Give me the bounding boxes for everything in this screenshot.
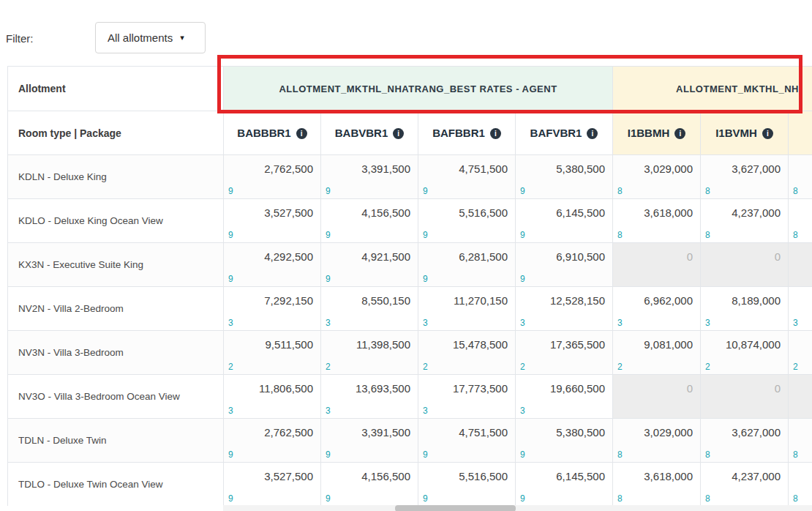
availability-count: 9 [520,186,525,196]
availability-count: 3 [228,318,233,328]
rate-cell[interactable]: 13,693,5003 [321,375,418,419]
rate-cell[interactable]: 0 [613,243,701,287]
availability-count: 3 [520,406,525,416]
rate-cell[interactable]: 5,380,5009 [516,419,613,463]
rate-cell[interactable]: 8,189,0003 [701,287,789,331]
rate-cell[interactable]: 17,773,5003 [418,375,516,419]
rate-cell[interactable]: 3,527,5009 [224,463,321,507]
scrollbar-thumb[interactable] [395,505,516,511]
rate-value: 11,270,150 [454,294,508,307]
rate-cell[interactable]: 8,550,1503 [321,287,418,331]
rate-value: 8,189,000 [732,294,781,307]
rate-cell[interactable]: 2 [789,331,812,375]
info-icon[interactable]: i [762,128,773,139]
rate-value: 4,237,000 [732,470,781,482]
rate-value: 3,618,000 [644,206,693,219]
rate-cell[interactable]: 5,516,5009 [418,463,516,507]
rate-cell[interactable]: 4,292,5009 [224,243,321,287]
rate-cell[interactable]: 3,029,0008 [613,155,701,199]
availability-count: 9 [326,230,331,240]
rate-value: 17,365,500 [550,338,605,351]
rate-cell[interactable]: 9,081,0002 [613,331,701,375]
rate-cell[interactable]: 4,751,5009 [418,419,516,463]
rate-cell[interactable]: 8 [789,463,812,507]
rate-cell[interactable]: 7,292,1503 [224,287,321,331]
availability-count: 8 [793,493,798,504]
rate-cell[interactable]: 6,145,5009 [516,463,613,507]
rate-cell[interactable]: 0 [701,243,789,287]
rate-cell[interactable]: 2,762,5009 [224,155,321,199]
info-icon[interactable]: i [587,128,598,139]
rate-cell[interactable]: 5,516,5009 [418,199,516,243]
rate-cell[interactable]: 6,145,5009 [516,199,613,243]
rate-cell[interactable]: 9,511,5002 [224,331,321,375]
availability-count: 8 [705,450,710,460]
rate-cell[interactable]: 3,391,5009 [321,155,418,199]
rate-cell[interactable]: 10,874,0002 [701,331,789,375]
availability-count: 9 [228,274,233,284]
rate-cell[interactable]: 3 [789,287,812,331]
rate-cell[interactable]: 17,365,5002 [516,331,613,375]
rate-cell[interactable]: 5,380,5009 [516,155,613,199]
room-type-label: NV2N - Villa 2-Bedroom [8,287,224,331]
rate-cell[interactable]: 8 [789,199,812,243]
table-body: KDLN - Deluxe King2,762,50093,391,50094,… [8,155,812,507]
rate-cell[interactable]: 4,237,0008 [701,463,789,507]
table-row: NV3O - Villa 3-Bedroom Ocean View11,806,… [8,375,812,419]
rate-value: 6,962,000 [644,294,693,307]
rate-cell[interactable]: 4,156,5009 [321,199,418,243]
rate-cell[interactable]: 3,627,0008 [701,155,789,199]
rate-cell[interactable]: 11,398,5002 [321,331,418,375]
column-header-bafbbr1: BAFBBR1i [418,111,516,155]
filter-label: Filter: [6,32,34,45]
availability-count: 8 [705,230,710,240]
rate-value: 0 [775,250,781,263]
availability-count: 9 [326,493,331,504]
rate-value: 3,029,000 [644,426,693,439]
rate-cell[interactable]: 3,618,0008 [613,199,701,243]
rate-cell[interactable]: 6,910,5009 [516,243,613,287]
info-icon[interactable]: i [296,128,307,139]
rate-cell[interactable] [789,375,812,419]
rate-cell[interactable]: 4,237,0008 [701,199,789,243]
rate-value: 6,910,500 [556,250,605,263]
allotments-filter-dropdown[interactable]: All allotments ▾ [95,22,206,53]
rate-cell[interactable]: 2,762,5009 [224,419,321,463]
rate-cell[interactable]: 12,528,1503 [516,287,613,331]
availability-count: 3 [228,406,233,416]
allotment-group-best-rates-agent: ALLOTMENT_MKTHL_NHATRANG_BEST RATES - AG… [224,67,613,111]
availability-count: 8 [617,186,623,196]
availability-count: 2 [520,362,525,372]
info-icon[interactable]: i [674,128,685,139]
rate-value: 3,618,000 [644,470,693,482]
rate-cell[interactable]: 19,660,5003 [516,375,613,419]
horizontal-scrollbar[interactable] [223,505,812,511]
rate-cell[interactable] [789,243,812,287]
rate-cell[interactable]: 11,806,5003 [224,375,321,419]
rate-cell[interactable]: 8 [789,155,812,199]
rate-cell[interactable]: 0 [613,375,701,419]
rate-cell[interactable]: 4,156,5009 [321,463,418,507]
availability-count: 8 [793,186,798,196]
rate-value: 4,921,500 [361,250,410,263]
rate-cell[interactable]: 6,962,0003 [613,287,701,331]
rate-cell[interactable]: 4,751,5009 [418,155,516,199]
rate-cell[interactable]: 4,921,5009 [321,243,418,287]
rate-cell[interactable]: 3,627,0008 [701,419,789,463]
rate-cell[interactable]: 6,281,5009 [418,243,516,287]
rate-cell[interactable]: 3,527,5009 [224,199,321,243]
rate-cell[interactable]: 3,029,0008 [613,419,701,463]
rate-cell[interactable]: 15,478,5002 [418,331,516,375]
rate-code-label: BABVBR1 [335,127,388,139]
column-header-i1bbmh: I1BBMHi [613,111,701,155]
rate-cell[interactable]: 8 [789,419,812,463]
rate-cell[interactable]: 3,391,5009 [321,419,418,463]
rate-cell[interactable]: 11,270,1503 [418,287,516,331]
rate-value: 4,156,500 [361,470,410,482]
rate-cell[interactable]: 0 [701,375,789,419]
rate-value: 17,773,500 [453,382,508,395]
info-icon[interactable]: i [393,128,404,139]
rate-value: 12,528,150 [550,294,605,307]
info-icon[interactable]: i [490,128,501,139]
rate-cell[interactable]: 3,618,0008 [613,463,701,507]
